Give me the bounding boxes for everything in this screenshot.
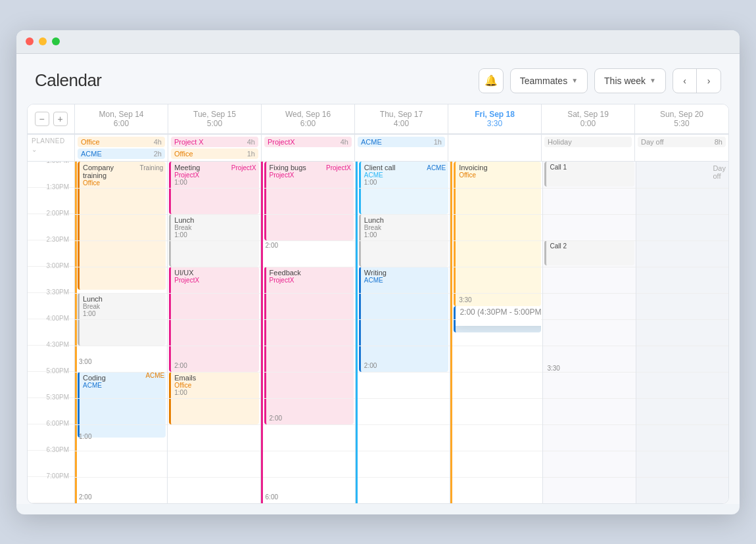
planned-cell-sun: Day off8h (635, 135, 728, 161)
event-company-training[interactable]: Companytraining Office Training (78, 162, 166, 290)
time-gutter: 1:00PM 1:30PM 2:00PM 2:30PM 3:00PM 3:30P… (28, 162, 75, 503)
app-window: Calendar 🔔 Teammates ▼ This week ▼ ‹ › (16, 30, 740, 514)
event-coding-mon[interactable]: Coding ACME (78, 372, 166, 438)
main-content: Calendar 🔔 Teammates ▼ This week ▼ ‹ › (16, 54, 740, 504)
time-body: 1:00PM 1:30PM 2:00PM 2:30PM 3:00PM 3:30P… (28, 162, 728, 503)
planned-tag-office-mon[interactable]: Office4h (78, 137, 165, 147)
header-controls: 🔔 Teammates ▼ This week ▼ ‹ › (479, 68, 721, 93)
day-time-thu: 4:00 (359, 119, 444, 128)
next-week-button[interactable]: › (697, 69, 721, 93)
teammates-dropdown[interactable]: Teammates ▼ (510, 68, 588, 93)
time-gutter-header: − + (28, 104, 75, 134)
today-bar-mon (75, 162, 77, 503)
chevron-down-icon: ▼ (571, 77, 578, 84)
prev-week-button[interactable]: ‹ (673, 69, 697, 93)
planned-cell-wed: ProjectX4h (262, 135, 355, 161)
time-slot-700pm: 7:00PM (28, 477, 74, 503)
header: Calendar 🔔 Teammates ▼ This week ▼ ‹ › (16, 54, 740, 104)
col-header-mon: Mon, Sep 14 6:00 (75, 104, 168, 134)
col-header-sat: Sat, Sep 19 0:00 (542, 104, 635, 134)
day-col-sun: Dayoff (636, 162, 728, 503)
planned-cell-fri (448, 135, 542, 161)
planned-gutter: PLANNED ⌄ (28, 135, 75, 161)
day-time-mon: 6:00 (79, 119, 164, 128)
col-header-thu: Thu, Sep 17 4:00 (355, 104, 448, 134)
day-name-wed: Wed, Sep 16 (266, 110, 350, 119)
popup-time: 2:00 (4:30PM - 5:00PM) (460, 307, 541, 317)
planned-tag-projectx-wed[interactable]: ProjectX4h (264, 137, 352, 147)
day-time-sat: 0:00 (546, 119, 630, 128)
planned-row: PLANNED ⌄ Office4h ACME2h Project X4h (28, 135, 728, 162)
planned-tag-office-tue[interactable]: Office1h (171, 148, 258, 159)
day-col-tue: Meeting ProjectX 1:00 ProjectX Lunch Bre… (168, 162, 260, 503)
this-week-label: This week (604, 76, 646, 86)
day-col-mon: Companytraining Office Training Lunch Br… (75, 162, 168, 503)
event-invoicing-fri[interactable]: Invoicing Office 3:30 (454, 162, 541, 306)
day-name-sun: Sun, Sep 20 (639, 110, 724, 119)
day-time-sun: 5:30 (639, 119, 724, 128)
bell-icon: 🔔 (484, 74, 498, 87)
col-header-sun: Sun, Sep 20 5:30 (635, 104, 728, 134)
event-call2-sat[interactable]: Call 2 (544, 240, 634, 265)
maximize-dot[interactable] (52, 37, 60, 45)
minimize-dot[interactable] (39, 37, 47, 45)
planned-cell-mon: Office4h ACME2h (75, 135, 168, 161)
close-dot[interactable] (26, 37, 34, 45)
calendar-wrapper: − + Mon, Sep 14 6:00 Tue, Sep 15 5:00 We… (27, 104, 729, 504)
planned-tag-projectx-tue[interactable]: Project X4h (171, 137, 258, 147)
planned-arrow: ⌄ (32, 146, 70, 153)
day-name-fri: Fri, Sep 18 (452, 110, 537, 119)
today-bar-fri (450, 162, 452, 503)
planned-tag-acme-mon[interactable]: ACME2h (78, 148, 165, 159)
day-time-wed: 6:00 (266, 119, 350, 128)
col-header-wed: Wed, Sep 16 6:00 (262, 104, 355, 134)
event-fixing-bugs-wed[interactable]: Fixing bugs ProjectX ProjectX (264, 162, 354, 240)
planned-cell-tue: Project X4h Office1h (168, 135, 262, 161)
day-col-fri: Invoicing Office 3:30 Meeting Client X ▷ (450, 162, 543, 503)
column-headers: − + Mon, Sep 14 6:00 Tue, Sep 15 5:00 We… (28, 104, 728, 135)
planned-cell-thu: ACME1h (355, 135, 448, 161)
this-week-dropdown[interactable]: This week ▼ (594, 68, 666, 93)
day-name-mon: Mon, Sep 14 (79, 110, 164, 119)
event-meeting-client-x-fri[interactable]: Meeting Client X ▷ ⧉ ⤢ ✕ (454, 306, 541, 332)
day-col-wed: Fixing bugs ProjectX ProjectX Feedback P… (261, 162, 356, 503)
day-name-sat: Sat, Sep 19 (546, 110, 630, 119)
event-popup: ▷ ⧉ ⤢ ✕ Meeting Client X Google Calendar… (454, 306, 541, 326)
planned-tag-holiday-sat[interactable]: Holiday (544, 137, 632, 147)
day-time-tue: 5:00 (172, 119, 257, 128)
day-time-fri: 3:30 (452, 119, 537, 128)
titlebar (16, 30, 740, 54)
planned-cell-sat: Holiday (542, 135, 635, 161)
minus-button[interactable]: − (35, 112, 49, 126)
day-col-thu: Client call ACME 1:00 ACME Lunch Break 1… (356, 162, 450, 503)
page-title: Calendar (35, 70, 102, 91)
teammates-label: Teammates (520, 76, 567, 86)
planned-tag-acme-thu[interactable]: ACME1h (358, 137, 445, 147)
plus-button[interactable]: + (53, 112, 68, 126)
event-call1-sat[interactable]: Call 1 (544, 162, 634, 187)
planned-tag-dayoff-sun[interactable]: Day off8h (638, 137, 726, 147)
planned-label: PLANNED (32, 137, 70, 145)
day-col-sat: Call 1 Call 2 3:30 (543, 162, 636, 503)
chevron-down-icon: ▼ (650, 77, 656, 84)
day-off-label: Dayoff (713, 164, 726, 180)
bell-button[interactable]: 🔔 (479, 68, 504, 93)
day-name-thu: Thu, Sep 17 (359, 110, 444, 119)
day-name-tue: Tue, Sep 15 (172, 110, 257, 119)
col-header-tue: Tue, Sep 15 5:00 (168, 104, 262, 134)
col-header-fri: Fri, Sep 18 3:30 (448, 104, 542, 134)
nav-arrows: ‹ › (673, 68, 721, 93)
